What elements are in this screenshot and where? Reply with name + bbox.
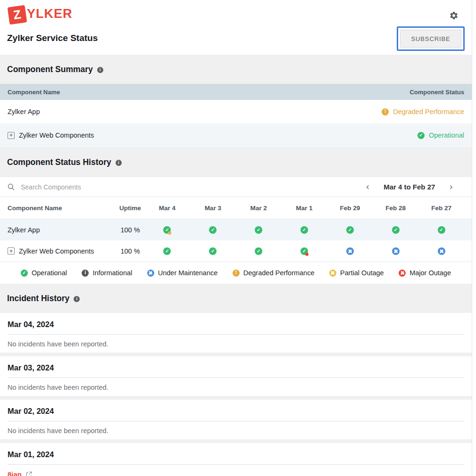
component-status-text: Operational — [429, 131, 464, 139]
legend-under-maintenance: Under Maintenance — [147, 269, 218, 277]
history-col-mar1: Mar 1 — [282, 205, 327, 212]
incident-card: Mar 01, 2024 8jan — [0, 443, 472, 476]
major-outage-icon — [399, 270, 406, 277]
divider — [8, 421, 464, 421]
status-icon — [209, 226, 217, 234]
history-col-mar2: Mar 2 — [236, 205, 282, 212]
partial-outage-icon — [329, 270, 336, 277]
incident-list: Mar 04, 2024 No incidents have been repo… — [0, 313, 472, 476]
status-icon — [392, 226, 400, 234]
legend-major-outage: Major Outage — [399, 269, 451, 277]
incident-card: Mar 02, 2024 No incidents have been repo… — [0, 400, 472, 439]
info-icon[interactable] — [116, 160, 122, 166]
incident-date: Mar 02, 2024 — [8, 407, 464, 416]
uptime-value: 100 % — [116, 226, 144, 234]
status-icon — [438, 247, 445, 255]
history-col-feb29: Feb 29 — [327, 205, 373, 212]
summary-col-status: Component Status — [409, 89, 464, 96]
divider — [8, 334, 464, 335]
history-col-mar4: Mar 4 — [144, 205, 190, 212]
status-history-band: Component Status History — [0, 147, 472, 177]
no-incidents-text: No incidents have been reported. — [8, 427, 464, 435]
status-icon — [255, 247, 262, 255]
incident-date: Mar 04, 2024 — [8, 320, 464, 329]
legend-informational: Informational — [82, 269, 132, 277]
settings-gear-icon[interactable] — [449, 11, 459, 21]
previous-dates-chevron-icon[interactable]: ‹ — [365, 182, 371, 191]
status-icon — [346, 226, 354, 234]
status-icon — [255, 226, 262, 234]
operational-icon — [418, 132, 425, 139]
incident-date: Mar 03, 2024 — [8, 363, 464, 372]
component-summary-heading: Component Summary — [7, 65, 93, 74]
component-name: Zylker Web Components — [19, 247, 94, 255]
subscribe-highlight-ring: SUBSCRIBE — [397, 26, 465, 51]
next-dates-chevron-icon[interactable]: › — [448, 182, 454, 191]
uptime-value: 100 % — [116, 247, 144, 255]
incident-card: Mar 04, 2024 No incidents have been repo… — [0, 313, 472, 353]
under-maintenance-icon — [147, 270, 154, 277]
incident-history-heading: Incident History — [7, 294, 69, 304]
degraded-performance-icon — [233, 270, 240, 277]
page-title: Zylker Service Status — [7, 33, 98, 43]
incident-date: Mar 01, 2024 — [8, 450, 464, 459]
component-status-text: Degraded Performance — [393, 108, 464, 115]
component-name: Zylker App — [8, 226, 40, 234]
status-icon — [209, 247, 217, 255]
expand-icon[interactable] — [8, 132, 15, 139]
informational-icon — [82, 270, 89, 277]
operational-icon — [21, 270, 28, 277]
history-col-name: Component Name — [8, 205, 116, 212]
history-row-zylker-web-components: Zylker Web Components 100 % — [0, 240, 472, 262]
status-icon — [438, 226, 445, 234]
legend-degraded-performance: Degraded Performance — [233, 269, 315, 277]
external-link-icon — [26, 471, 32, 476]
component-name: Zylker Web Components — [19, 131, 94, 139]
history-row-zylker-app: Zylker App 100 % — [0, 219, 472, 240]
history-col-uptime: Uptime — [116, 205, 144, 212]
incident-history-band: Incident History — [0, 284, 472, 313]
history-table-header: Component Name Uptime Mar 4 Mar 3 Mar 2 … — [0, 197, 472, 219]
search-input[interactable] — [21, 183, 359, 191]
expand-icon[interactable] — [8, 247, 15, 254]
search-icon — [8, 183, 15, 190]
status-icon — [392, 247, 400, 255]
status-history-heading: Component Status History — [7, 157, 111, 167]
incident-link[interactable]: 8jan — [8, 470, 22, 476]
history-col-feb28: Feb 28 — [373, 205, 418, 212]
component-summary-band: Component Summary — [0, 55, 472, 84]
status-icon — [163, 247, 171, 255]
component-search-bar: ‹ Mar 4 to Feb 27 › — [0, 177, 472, 197]
summary-col-name: Component Name — [8, 89, 60, 96]
no-incidents-text: No incidents have been reported. — [8, 384, 464, 391]
subscribe-button[interactable]: SUBSCRIBE — [400, 30, 461, 48]
date-range-navigator: ‹ Mar 4 to Feb 27 › — [365, 182, 454, 191]
divider — [8, 378, 464, 378]
info-icon[interactable] — [74, 296, 80, 302]
legend-partial-outage: Partial Outage — [329, 269, 384, 277]
component-name: Zylker App — [8, 108, 40, 115]
status-page: Z YLKER Zylker Service Status SUBSCRIBE … — [0, 0, 472, 476]
page-header: Z YLKER Zylker Service Status SUBSCRIBE — [0, 0, 472, 55]
zylker-logo: Z YLKER — [8, 6, 73, 24]
logo-z-mark: Z — [8, 5, 27, 25]
date-range-label: Mar 4 to Feb 27 — [384, 183, 435, 191]
incident-card: Mar 03, 2024 No incidents have been repo… — [0, 356, 472, 396]
status-icon — [301, 226, 308, 234]
no-incidents-text: No incidents have been reported. — [8, 340, 464, 348]
summary-row-zylker-web-components: Zylker Web Components Operational — [0, 123, 472, 147]
history-col-mar3: Mar 3 — [190, 205, 236, 212]
status-icon — [163, 226, 171, 234]
info-icon[interactable] — [97, 67, 103, 73]
status-icon — [301, 247, 308, 255]
divider — [8, 464, 464, 465]
logo-wordmark: YLKER — [27, 7, 73, 21]
legend-operational: Operational — [21, 269, 67, 277]
summary-row-zylker-app: Zylker App Degraded Performance — [0, 100, 472, 123]
status-icon — [346, 247, 354, 255]
history-col-feb27: Feb 27 — [418, 205, 464, 212]
status-legend: Operational Informational Under Maintena… — [0, 262, 472, 284]
degraded-performance-icon — [382, 108, 389, 115]
summary-table-header: Component Name Component Status — [0, 84, 472, 100]
